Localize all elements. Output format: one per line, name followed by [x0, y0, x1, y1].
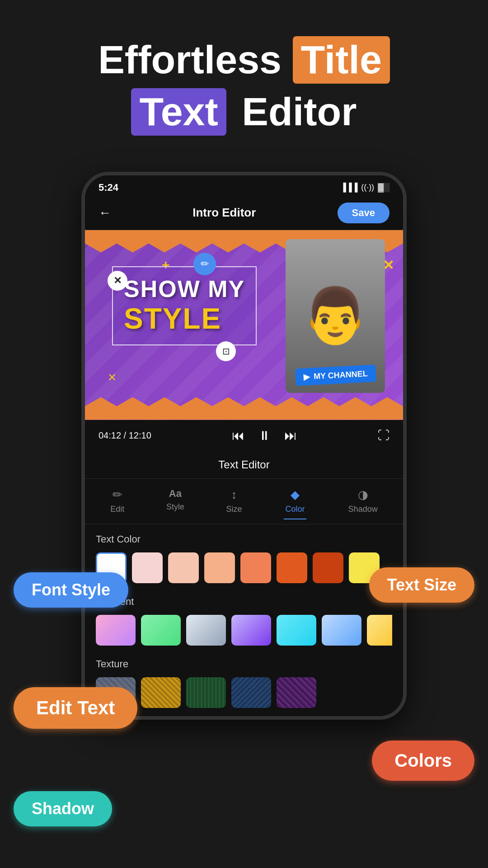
texture-swatches: [96, 677, 392, 712]
status-time: 5:24: [99, 182, 118, 193]
color-swatch-3[interactable]: [204, 552, 235, 583]
editor-section: Text Editor ✏ Edit Aa Style ↕ Size: [85, 451, 403, 716]
gradient-swatch-7[interactable]: [367, 615, 392, 646]
canvas-text-accent: STYLE: [124, 302, 245, 335]
shadow-tab-label: Shadow: [348, 505, 378, 514]
back-button[interactable]: ←: [99, 206, 111, 220]
phone-container: 5:24 ▐▐▐ ((·)) ▓░ ← Intro Editor Save +: [59, 172, 429, 720]
pause-button[interactable]: ⏸: [258, 428, 271, 443]
fullscreen-button[interactable]: ⛶: [378, 429, 389, 443]
tab-edit[interactable]: ✏ Edit: [110, 488, 124, 519]
channel-label: MY CHANNEL: [314, 368, 368, 381]
page-wrapper: Effortless Title Text Editor 5:24 ▐▐▐ ((…: [0, 0, 488, 868]
texture-swatch-5[interactable]: [277, 677, 316, 708]
editor-title: Text Editor: [218, 458, 269, 471]
title-line1: Effortless Title: [18, 36, 470, 84]
player-time: 04:12 / 12:10: [99, 430, 151, 441]
tab-shadow[interactable]: ◑ Shadow: [348, 488, 378, 519]
texture-swatch-2[interactable]: [141, 677, 181, 708]
title-highlight-orange: Title: [293, 36, 390, 84]
title-suffix: Editor: [231, 89, 357, 134]
canvas-x-bottom-left: ✕: [108, 371, 117, 384]
style-tab-icon: Aa: [169, 488, 182, 500]
color-swatch-5[interactable]: [277, 552, 307, 583]
title-highlight-purple: Text: [131, 88, 226, 136]
color-swatch-4[interactable]: [240, 552, 271, 583]
gradient-swatches: [96, 615, 392, 649]
color-tab-label: Color: [286, 505, 305, 514]
text-size-bubble: Text Size: [369, 567, 474, 603]
tab-size[interactable]: ↕ Size: [226, 488, 242, 519]
gradient-swatch-5[interactable]: [277, 615, 316, 646]
color-tab-icon: ◆: [291, 488, 300, 502]
nav-title: Intro Editor: [192, 206, 256, 220]
gradient-swatch-6[interactable]: [322, 615, 361, 646]
tab-style[interactable]: Aa Style: [166, 488, 184, 519]
style-tab-label: Style: [166, 502, 184, 512]
canvas-edit-handle[interactable]: ✏: [193, 253, 216, 275]
title-prefix: Effortless: [98, 37, 292, 82]
tab-color[interactable]: ◆ Color: [284, 488, 306, 519]
shadow-tab-icon: ◑: [358, 488, 368, 502]
status-bar: 5:24 ▐▐▐ ((·)) ▓░: [85, 175, 403, 196]
color-swatches: [96, 552, 392, 587]
player-controls: ⏮ ⏸ ⏭: [232, 428, 297, 443]
gradient-swatch-3[interactable]: [186, 615, 226, 646]
gradient-swatch-2[interactable]: [141, 615, 181, 646]
youtube-icon: ▶: [304, 372, 310, 382]
canvas-x-top-right: ✕: [383, 257, 394, 273]
editor-tabs: ✏ Edit Aa Style ↕ Size ◆ Color: [85, 479, 403, 524]
gradient-swatch-1[interactable]: [96, 615, 136, 646]
text-color-section: Text Color: [85, 524, 403, 591]
color-swatch-6[interactable]: [313, 552, 343, 583]
prev-button[interactable]: ⏮: [232, 428, 244, 443]
nav-bar: ← Intro Editor Save: [85, 196, 403, 230]
texture-label: Texture: [96, 658, 392, 670]
gradient-section: Gradient: [85, 591, 403, 654]
editor-header: Text Editor: [85, 451, 403, 479]
canvas-area[interactable]: + SHOW MY STYLE ✕ ✏ ⊡ 👨 ▶ MY CHANNEL ✕ ✕: [85, 230, 403, 420]
gradient-label: Gradient: [96, 596, 392, 608]
color-swatch-2[interactable]: [168, 552, 199, 583]
edit-tab-icon: ✏: [113, 488, 122, 502]
canvas-close-handle[interactable]: ✕: [108, 271, 127, 291]
wifi-icon: ((·)): [361, 183, 374, 192]
save-button[interactable]: Save: [338, 203, 389, 223]
canvas-text-main: SHOW MY: [124, 276, 245, 302]
battery-icon: ▓░: [378, 183, 389, 192]
color-swatch-1[interactable]: [132, 552, 163, 583]
canvas-text-box[interactable]: SHOW MY STYLE: [112, 266, 257, 345]
shadow-bubble: Shadow: [14, 791, 112, 826]
title-line2: Text Editor: [18, 88, 470, 136]
size-tab-label: Size: [226, 505, 242, 514]
font-style-bubble: Font Style: [14, 572, 128, 608]
colors-bubble: Colors: [372, 741, 474, 781]
canvas-scale-handle[interactable]: ⊡: [216, 341, 236, 361]
phone-frame: 5:24 ▐▐▐ ((·)) ▓░ ← Intro Editor Save +: [81, 172, 407, 720]
edit-text-bubble: Edit Text: [14, 687, 137, 729]
texture-swatch-3[interactable]: [186, 677, 226, 708]
signal-icon: ▐▐▐: [340, 183, 357, 192]
header-section: Effortless Title Text Editor: [0, 0, 488, 154]
gradient-swatch-4[interactable]: [231, 615, 271, 646]
edit-tab-label: Edit: [110, 505, 124, 514]
color-tab-underline: [284, 519, 306, 519]
next-button[interactable]: ⏭: [284, 428, 297, 443]
text-color-label: Text Color: [96, 533, 392, 545]
size-tab-icon: ↕: [231, 488, 237, 502]
status-icons: ▐▐▐ ((·)) ▓░: [340, 183, 389, 192]
player-bar: 04:12 / 12:10 ⏮ ⏸ ⏭ ⛶: [85, 420, 403, 451]
texture-swatch-4[interactable]: [231, 677, 271, 708]
